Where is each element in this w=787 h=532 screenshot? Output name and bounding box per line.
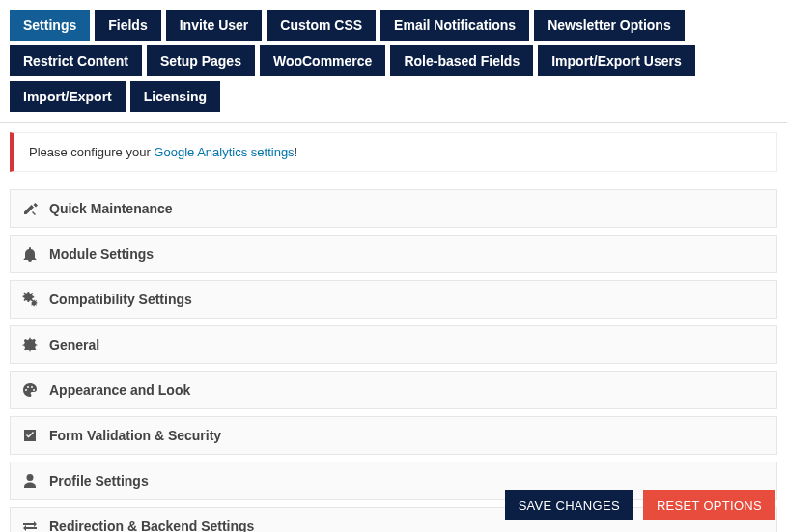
- acc-appearance[interactable]: Appearance and Look: [10, 371, 777, 409]
- accordion-label: Profile Settings: [49, 473, 149, 489]
- tab-fields[interactable]: Fields: [95, 10, 160, 41]
- cogs-icon: [22, 292, 38, 307]
- user-icon: [22, 473, 38, 489]
- notice-text-pre: Please configure your: [29, 145, 154, 159]
- tab-custom-css[interactable]: Custom CSS: [267, 10, 376, 41]
- exchange-icon: [22, 518, 38, 532]
- accordion-label: Form Validation & Security: [49, 428, 221, 443]
- admin-tabbar: SettingsFieldsInvite UserCustom CSSEmail…: [0, 0, 787, 123]
- accordion-label: Compatibility Settings: [49, 292, 192, 307]
- check-square-icon: [22, 428, 38, 443]
- tab-settings[interactable]: Settings: [10, 10, 90, 41]
- tab-licensing[interactable]: Licensing: [130, 81, 220, 112]
- save-button[interactable]: SAVE CHANGES: [505, 490, 633, 520]
- notice-text-post: !: [295, 145, 298, 159]
- accordion-label: General: [49, 337, 99, 352]
- gear-icon: [22, 337, 38, 352]
- tab-import-export[interactable]: Import/Export: [10, 81, 126, 112]
- settings-accordion-list: Quick MaintenanceModule SettingsCompatib…: [10, 189, 777, 532]
- acc-quick-maintenance[interactable]: Quick Maintenance: [10, 189, 777, 228]
- tools-icon: [22, 201, 38, 216]
- accordion-label: Redirection & Backend Settings: [49, 518, 254, 532]
- tab-import-export-users[interactable]: Import/Export Users: [538, 45, 695, 76]
- config-notice: Please configure your Google Analytics s…: [10, 132, 777, 172]
- reset-button[interactable]: RESET OPTIONS: [643, 490, 775, 520]
- tab-role-based-fields[interactable]: Role-based Fields: [390, 45, 533, 76]
- bell-icon: [22, 246, 38, 262]
- tab-restrict-content[interactable]: Restrict Content: [10, 45, 142, 76]
- tab-email-notifications[interactable]: Email Notifications: [380, 10, 529, 41]
- tab-setup-pages[interactable]: Setup Pages: [147, 45, 255, 76]
- accordion-label: Appearance and Look: [49, 382, 190, 398]
- accordion-label: Quick Maintenance: [49, 201, 173, 216]
- tab-newsletter-options[interactable]: Newsletter Options: [534, 10, 685, 41]
- palette-icon: [22, 382, 38, 398]
- acc-compatibility-settings[interactable]: Compatibility Settings: [10, 280, 777, 319]
- footer-actions: SAVE CHANGES RESET OPTIONS: [505, 490, 775, 520]
- accordion-label: Module Settings: [49, 246, 154, 262]
- tab-woocommerce[interactable]: WooCommerce: [260, 45, 385, 76]
- acc-form-validation[interactable]: Form Validation & Security: [10, 416, 777, 455]
- notice-link[interactable]: Google Analytics settings: [154, 145, 294, 159]
- tab-invite-user[interactable]: Invite User: [166, 10, 263, 41]
- acc-module-settings[interactable]: Module Settings: [10, 235, 777, 273]
- acc-general[interactable]: General: [10, 325, 777, 364]
